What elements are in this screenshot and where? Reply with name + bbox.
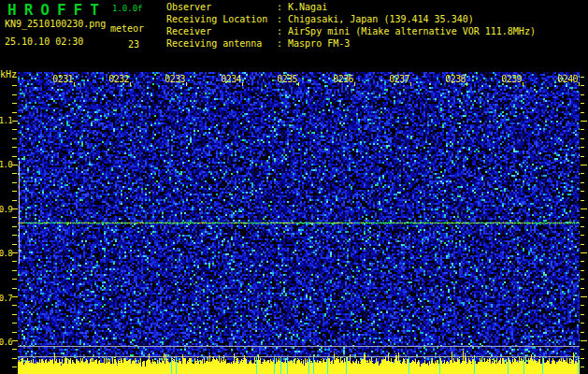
freq-tick-label: 1.0 — [0, 160, 12, 169]
freq-tick-right — [581, 112, 584, 113]
freq-tick-right — [581, 165, 587, 165]
time-tick-label: 0232 — [105, 74, 129, 84]
freq-tick-right — [581, 209, 587, 209]
freq-tick-left — [12, 279, 17, 280]
freq-tick-left — [12, 191, 17, 192]
freq-tick-right — [581, 156, 584, 157]
time-tick-label: 0239 — [497, 74, 522, 84]
freq-tick-left — [12, 217, 17, 218]
freq-tick-left — [12, 226, 17, 227]
time-tick-label: 0235 — [273, 74, 297, 84]
freq-tick-left — [12, 165, 18, 165]
freq-tick-right — [581, 147, 584, 148]
freq-tick-right — [581, 173, 584, 174]
info-label: Observer — [166, 1, 277, 13]
info-value: Maspro FM-3 — [288, 38, 350, 49]
freq-tick-label: 0.8 — [0, 249, 12, 258]
info-value: AirSpy mini (Miake alternative VOR 111.8… — [288, 26, 536, 36]
freq-tick-right — [581, 129, 584, 130]
info-value: Chigasaki, Japan (139.414 35.340) — [288, 14, 474, 24]
freq-tick-label: 0.9 — [0, 205, 12, 214]
freq-tick-left — [12, 94, 17, 95]
freq-tick-left — [12, 77, 17, 78]
freq-tick-left — [12, 296, 18, 297]
freq-tick-left — [12, 349, 17, 350]
freq-tick-right — [581, 252, 587, 253]
freq-tick-left — [12, 156, 17, 157]
spectrogram-canvas — [18, 72, 580, 374]
time-tick-label: 0237 — [385, 74, 409, 84]
freq-tick-right — [581, 358, 584, 359]
freq-tick-left — [12, 314, 17, 315]
freq-tick-left — [12, 138, 17, 139]
info-row: Receiver:AirSpy mini (Miake alternative … — [166, 25, 536, 37]
freq-tick-right — [581, 191, 584, 192]
freq-tick-right — [581, 77, 584, 78]
info-label: Receiving Location — [166, 13, 277, 25]
time-tick-label: 0238 — [441, 74, 466, 84]
freq-tick-left — [12, 173, 17, 174]
info-value: K.Nagai — [288, 2, 327, 12]
freq-tick-right — [581, 367, 584, 367]
freq-tick-left — [12, 85, 17, 86]
freq-tick-left — [12, 244, 17, 245]
info-row: Receiving Location:Chigasaki, Japan (139… — [166, 13, 536, 25]
freq-tick-left — [12, 270, 17, 271]
info-label: Receiver — [166, 25, 277, 37]
freq-tick-right — [581, 296, 587, 297]
freq-tick-label: 0.7 — [0, 294, 12, 303]
freq-tick-label: 0.6 — [0, 338, 12, 347]
time-tick-label: 0233 — [161, 74, 185, 84]
freq-tick-left — [12, 112, 17, 113]
info-colon: : — [277, 26, 282, 36]
freq-tick-right — [581, 226, 584, 227]
freq-tick-right — [581, 261, 584, 262]
observer-info-block: Observer:K.NagaiReceiving Location:Chiga… — [166, 1, 536, 50]
freq-tick-left — [12, 332, 17, 333]
time-tick-label: 0236 — [329, 74, 353, 84]
freq-tick-right — [581, 349, 584, 350]
freq-tick-label: 1.1 — [0, 116, 12, 125]
output-filename: KN9_2510100230.png — [5, 19, 106, 29]
info-colon: : — [277, 38, 282, 49]
time-tick-label: 0240 — [553, 74, 578, 84]
freq-axis-unit-label: kHz — [0, 69, 17, 79]
freq-tick-left — [12, 323, 17, 324]
freq-tick-left — [12, 209, 18, 209]
freq-tick-right — [581, 305, 584, 306]
hrofft-output-panel: HROFFT 1.0.0f KN9_2510100230.png meteor … — [0, 0, 588, 374]
freq-tick-left — [12, 200, 17, 201]
freq-tick-right — [581, 182, 584, 183]
freq-tick-left — [12, 121, 18, 122]
time-tick-label: 0231 — [49, 74, 73, 84]
app-title: HROFFT — [7, 1, 107, 19]
freq-tick-left — [12, 358, 17, 359]
freq-tick-left — [12, 261, 17, 262]
freq-tick-right — [581, 200, 584, 201]
freq-tick-left — [12, 288, 17, 289]
time-tick-label: 0234 — [217, 74, 241, 84]
freq-tick-right — [581, 323, 584, 324]
app-version: 1.0.0f — [112, 4, 143, 13]
freq-tick-right — [581, 288, 584, 289]
freq-tick-right — [581, 340, 587, 341]
freq-tick-right — [581, 103, 584, 104]
freq-tick-right — [581, 244, 584, 245]
freq-tick-left — [12, 340, 18, 341]
freq-tick-left — [12, 235, 17, 236]
freq-tick-right — [581, 94, 584, 95]
freq-tick-right — [581, 314, 584, 315]
freq-tick-right — [581, 121, 587, 122]
freq-tick-left — [12, 305, 17, 306]
meteor-count-label: meteor — [110, 23, 144, 34]
freq-tick-right — [581, 217, 584, 218]
info-colon: : — [277, 2, 282, 12]
info-row: Receiving antenna:Maspro FM-3 — [166, 37, 536, 50]
info-colon: : — [277, 14, 282, 24]
freq-tick-right — [581, 332, 584, 333]
observation-datetime: 25.10.10 02:30 — [5, 36, 83, 47]
freq-tick-right — [581, 235, 584, 236]
freq-tick-right — [581, 270, 584, 271]
freq-tick-right — [581, 138, 584, 139]
meteor-count-value: 23 — [128, 39, 139, 50]
